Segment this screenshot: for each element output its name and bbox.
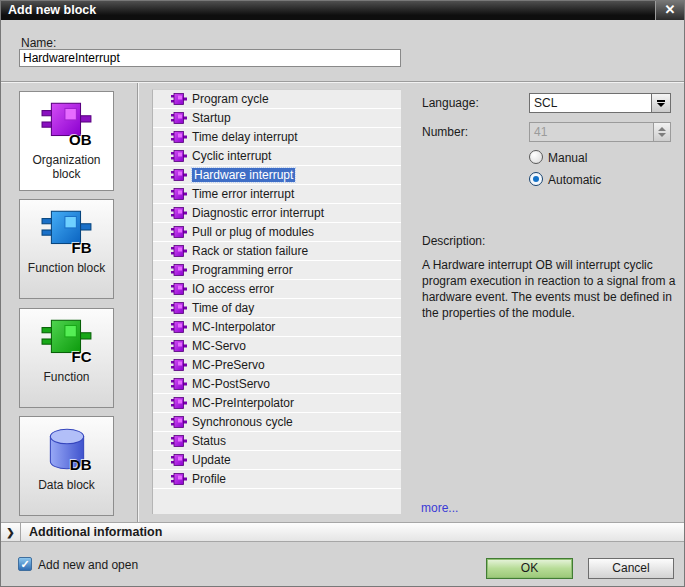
list-item-programming-error[interactable]: Programming error — [153, 261, 401, 280]
language-value: SCL — [530, 94, 670, 112]
list-item-io-access-error[interactable]: IO access error — [153, 280, 401, 299]
list-item-time-error-interrupt[interactable]: Time error interrupt — [153, 185, 401, 204]
ob-plug-icon — [171, 359, 187, 371]
ob-plug-icon — [171, 473, 187, 485]
fc-badge: FC — [72, 348, 92, 365]
ob-plug-icon — [171, 264, 187, 276]
ob-plug-icon — [171, 378, 187, 390]
list-item-mc-preinterpolator[interactable]: MC-PreInterpolator — [153, 394, 401, 413]
list-item-mc-servo[interactable]: MC-Servo — [153, 337, 401, 356]
cancel-button[interactable]: Cancel — [588, 558, 674, 579]
radio-manual-label: Manual — [548, 151, 587, 165]
description-label: Description: — [422, 234, 485, 248]
list-item-time-delay-interrupt[interactable]: Time delay interrupt — [153, 128, 401, 147]
ob-plug-icon — [171, 207, 187, 219]
list-item-pull-or-plug-of-modules[interactable]: Pull or plug of modules — [153, 223, 401, 242]
check-icon: ✓ — [20, 558, 29, 570]
number-value: 41 — [530, 123, 670, 141]
language-label: Language: — [422, 96, 479, 110]
ob-plug-icon — [171, 169, 187, 181]
db-block-icon: DB — [41, 426, 93, 474]
list-item-update[interactable]: Update — [153, 451, 401, 470]
radio-automatic[interactable] — [529, 172, 543, 186]
spinner-up-icon — [658, 127, 666, 131]
ob-plug-icon — [171, 93, 187, 105]
ob-plug-icon — [171, 150, 187, 162]
add-new-block-dialog: Add new block ✕ Name: OB Organization bl… — [0, 0, 685, 587]
ob-plug-icon — [171, 321, 187, 333]
ob-plug-icon — [171, 435, 187, 447]
block-type-function[interactable]: FC Function — [19, 308, 114, 408]
list-item-mc-interpolator[interactable]: MC-Interpolator — [153, 318, 401, 337]
list-item-time-of-day[interactable]: Time of day — [153, 299, 401, 318]
ob-plug-icon — [171, 131, 187, 143]
ob-badge: OB — [69, 131, 92, 148]
name-input[interactable] — [19, 49, 401, 67]
ob-plug-icon — [171, 416, 187, 428]
list-item-diagnostic-error-interrupt[interactable]: Diagnostic error interrupt — [153, 204, 401, 223]
name-label: Name: — [21, 36, 56, 50]
add-new-and-open-label: Add new and open — [38, 558, 138, 572]
ob-plug-icon — [171, 283, 187, 295]
block-type-organization-block[interactable]: OB Organization block — [19, 91, 114, 191]
ob-plug-icon — [171, 397, 187, 409]
language-dropdown-button[interactable] — [651, 94, 670, 112]
expand-section-button[interactable]: ❯ — [1, 523, 21, 541]
ob-type-list: Program cycle Startup Time delay interru… — [152, 89, 401, 514]
fc-block-icon: FC — [41, 318, 93, 366]
ok-button[interactable]: OK — [486, 558, 573, 579]
block-type-label: Function block — [24, 261, 109, 275]
spinner-down-icon — [658, 133, 666, 137]
dropdown-arrow-icon — [657, 100, 665, 102]
list-item-mc-postservo[interactable]: MC-PostServo — [153, 375, 401, 394]
header-divider — [1, 81, 684, 83]
radio-manual[interactable] — [529, 150, 543, 164]
list-item-synchronous-cycle[interactable]: Synchronous cycle — [153, 413, 401, 432]
block-type-label: Function — [39, 370, 93, 384]
number-spinner: 41 — [529, 122, 671, 142]
chevron-right-icon: ❯ — [6, 527, 14, 538]
dialog-title: Add new block — [8, 3, 96, 17]
ob-plug-icon — [171, 226, 187, 238]
list-item-status[interactable]: Status — [153, 432, 401, 451]
list-item-rack-or-station-failure[interactable]: Rack or station failure — [153, 242, 401, 261]
title-bar: Add new block ✕ — [1, 1, 684, 20]
additional-information-label: Additional information — [29, 525, 162, 539]
close-button[interactable]: ✕ — [655, 1, 684, 20]
description-text: A Hardware interrupt OB will interrupt c… — [422, 257, 685, 321]
block-type-label: Organization block — [20, 153, 113, 181]
ob-plug-icon — [171, 188, 187, 200]
number-spinner-buttons — [653, 123, 670, 141]
more-link[interactable]: more... — [421, 501, 458, 515]
ob-block-icon: OB — [41, 101, 93, 149]
ob-plug-icon — [171, 302, 187, 314]
radio-automatic-label: Automatic — [548, 173, 601, 187]
block-type-label: Data block — [34, 478, 99, 492]
ob-plug-icon — [171, 245, 187, 257]
list-item-startup[interactable]: Startup — [153, 109, 401, 128]
block-type-data-block[interactable]: DB Data block — [19, 416, 114, 516]
list-item-profile[interactable]: Profile — [153, 470, 401, 489]
column-divider — [137, 83, 139, 522]
list-item-hardware-interrupt[interactable]: Hardware interrupt — [153, 166, 401, 185]
db-badge: DB — [70, 456, 92, 473]
additional-information-bar[interactable]: ❯ Additional information — [1, 522, 684, 542]
number-label: Number: — [422, 125, 468, 139]
fb-badge: FB — [72, 239, 92, 256]
list-item-cyclic-interrupt[interactable]: Cyclic interrupt — [153, 147, 401, 166]
list-item-mc-preservo[interactable]: MC-PreServo — [153, 356, 401, 375]
ob-plug-icon — [171, 340, 187, 352]
fb-block-icon: FB — [41, 209, 93, 257]
add-new-and-open-checkbox[interactable]: ✓ — [18, 557, 32, 571]
language-select[interactable]: SCL — [529, 93, 671, 113]
block-type-function-block[interactable]: FB Function block — [19, 199, 114, 299]
ob-plug-icon — [171, 454, 187, 466]
ob-plug-icon — [171, 112, 187, 124]
list-item-program-cycle[interactable]: Program cycle — [153, 90, 401, 109]
close-icon: ✕ — [665, 2, 676, 17]
